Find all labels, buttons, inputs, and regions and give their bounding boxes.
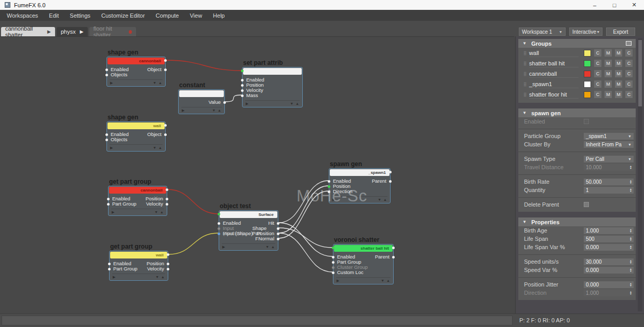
input-port-dot[interactable] (332, 261, 334, 264)
close-button[interactable]: ✕ (624, 0, 644, 10)
node-set-part-attrib[interactable]: set part attribEnabledPositionVelocityMa… (242, 67, 303, 107)
group-color-swatch[interactable] (584, 71, 591, 77)
group-m-button[interactable]: M (615, 91, 622, 98)
collapse-up-icon[interactable]: ▲ (271, 245, 275, 249)
mode-select[interactable]: Interactive ▼ (569, 28, 602, 36)
drag-handle-icon[interactable]: ⣿ (524, 72, 526, 76)
input-port-dot[interactable] (105, 69, 108, 71)
collapse-arrow-icon[interactable]: ▼ (522, 220, 527, 224)
quantity-spinner[interactable]: 1▲▼ (584, 187, 634, 194)
menu-edit[interactable]: Edit (49, 12, 59, 19)
wire[interactable] (168, 189, 218, 214)
collapse-up-icon[interactable]: ▲ (158, 81, 162, 85)
input-port-dot[interactable] (332, 266, 334, 269)
input-port-dot[interactable] (105, 133, 108, 136)
input-port-dot[interactable] (105, 139, 108, 141)
node-header[interactable] (179, 90, 224, 97)
input-port-dot[interactable] (218, 213, 220, 215)
spinner-arrows-icon[interactable]: ▲▼ (629, 237, 634, 241)
group-c-button[interactable]: C (625, 80, 633, 88)
expand-icon[interactable]: ▶ (113, 275, 115, 279)
input-port-dot[interactable] (241, 94, 244, 97)
properties-section-header[interactable]: ▼ Properties (518, 217, 636, 226)
spinner-arrows-icon[interactable]: ▲▼ (629, 268, 634, 272)
spawn-gen-section-header[interactable]: ▼ spawn gen (518, 108, 636, 117)
node-header[interactable]: cannonball (109, 187, 166, 194)
input-port-dot[interactable] (218, 227, 220, 230)
expand-icon[interactable]: ▶ (110, 146, 113, 150)
collapse-down-icon[interactable]: ▼ (153, 81, 156, 85)
spinner-arrows-icon[interactable]: ▲▼ (629, 260, 634, 264)
output-port-dot[interactable] (166, 198, 168, 200)
input-port-dot[interactable] (108, 268, 111, 270)
input-port-dot[interactable] (105, 74, 108, 76)
group-c-button[interactable]: C (625, 49, 633, 57)
node-object-test[interactable]: object testSurfaceEnabledHitInput (Posit… (219, 210, 278, 251)
expand-icon[interactable]: ▶ (337, 279, 339, 283)
collapse-down-icon[interactable]: ▼ (381, 279, 384, 282)
node-editor-canvas[interactable]: shape gencannonballEnabledObjectObjects▶… (0, 36, 514, 314)
output-port-dot[interactable] (164, 69, 167, 71)
export-button[interactable]: Export (606, 28, 635, 36)
birth-age-spinner[interactable]: 1.000▲▼ (584, 227, 634, 234)
input-port-dot[interactable] (241, 79, 244, 81)
collapse-up-icon[interactable]: ▲ (160, 210, 164, 214)
input-port-dot[interactable] (218, 222, 220, 225)
output-port-dot[interactable] (223, 101, 226, 104)
cluster-by-dropdown[interactable]: Inherit From Pa▼ (584, 141, 634, 148)
play-icon[interactable]: ▶ (47, 29, 51, 34)
drag-handle-icon[interactable]: ⣿ (524, 61, 526, 66)
panel-scrollbar[interactable] (638, 38, 642, 311)
group-m-button[interactable]: M (615, 60, 622, 67)
node-shape-gen-cannonball[interactable]: shape gencannonballEnabledObjectObjects▶… (106, 57, 166, 87)
input-port-dot[interactable] (241, 89, 244, 92)
node-shape-gen-wall[interactable]: shape genwallEnabledObjectObjects▶▼▲ (106, 121, 166, 152)
maximize-button[interactable]: □ (605, 0, 624, 10)
group-m-button[interactable]: M (605, 49, 612, 57)
tab-physx[interactable]: physx▶ (57, 27, 88, 36)
spawn-type-dropdown[interactable]: Per Call▼ (584, 156, 634, 162)
input-port-dot[interactable] (108, 263, 111, 265)
group-m-button[interactable]: M (605, 60, 612, 67)
group-name-field[interactable]: _spawn1 (529, 80, 579, 88)
collapse-down-icon[interactable]: ▼ (212, 108, 216, 112)
collapse-up-icon[interactable]: ▲ (386, 279, 390, 282)
play-icon[interactable]: ▶ (80, 29, 84, 34)
group-name-field[interactable]: shatter floor hit (529, 90, 579, 99)
drag-handle-icon[interactable]: ⣿ (524, 82, 526, 87)
group-color-swatch[interactable] (584, 91, 591, 98)
collapse-down-icon[interactable]: ▼ (265, 245, 269, 249)
collapse-arrow-icon[interactable]: ▼ (522, 111, 527, 115)
collapse-up-icon[interactable]: ▲ (218, 108, 221, 112)
panel-scrollbar-thumb[interactable] (638, 40, 642, 106)
minimize-button[interactable]: – (585, 0, 605, 10)
group-name-field[interactable]: shatter ball hit (529, 59, 579, 67)
output-port-dot[interactable] (277, 227, 279, 230)
menu-workspaces[interactable]: Workspaces (7, 12, 38, 19)
collapse-down-icon[interactable]: ▼ (290, 102, 293, 105)
delete-parent-checkbox[interactable] (584, 202, 589, 207)
wire[interactable] (225, 95, 242, 102)
menu-help[interactable]: Help (213, 12, 225, 19)
input-port-dot[interactable] (241, 70, 244, 72)
group-m-button[interactable]: M (615, 70, 622, 77)
output-port-dot[interactable] (389, 171, 392, 173)
particle-group-dropdown[interactable]: _spawn1▼ (584, 133, 634, 140)
expand-icon[interactable]: ▶ (222, 245, 225, 249)
input-port-dot[interactable] (107, 203, 110, 206)
expand-icon[interactable]: ▶ (182, 108, 184, 113)
collapse-up-icon[interactable]: ▲ (158, 146, 162, 149)
collapse-down-icon[interactable]: ▼ (154, 210, 158, 214)
spinner-arrows-icon[interactable]: ▲▼ (629, 180, 634, 184)
group-c-button[interactable]: C (594, 60, 601, 67)
life-span-var-spinner[interactable]: 0.000▲▼ (584, 244, 634, 251)
collapse-down-icon[interactable]: ▼ (155, 275, 159, 279)
node-header[interactable]: _spawn1 (330, 169, 390, 176)
spinner-arrows-icon[interactable]: ▲▼ (629, 245, 634, 249)
wire[interactable] (166, 60, 242, 71)
group-m-button[interactable]: M (605, 91, 612, 98)
spinner-arrows-icon[interactable]: ▲▼ (629, 291, 634, 295)
collapse-down-icon[interactable]: ▼ (153, 146, 156, 149)
input-port-dot[interactable] (332, 256, 334, 258)
output-port-dot[interactable] (392, 256, 395, 258)
